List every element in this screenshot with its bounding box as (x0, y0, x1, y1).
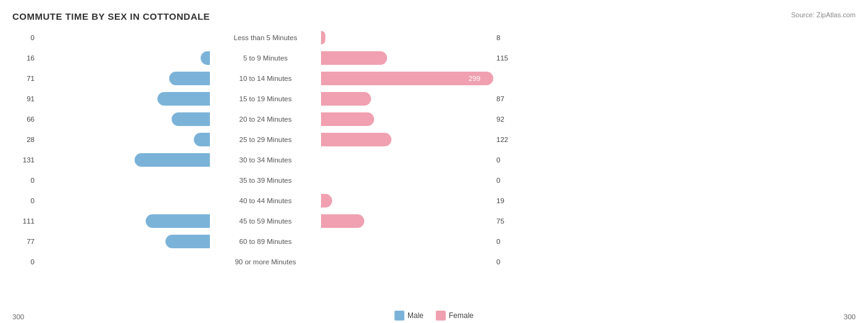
female-bar-container (321, 213, 494, 229)
female-bar-container (321, 132, 494, 148)
legend-male: Male (394, 311, 424, 321)
female-value: 75 (494, 217, 525, 225)
row-label: 20 to 24 Minutes (210, 115, 321, 123)
legend-female-label: Female (449, 311, 474, 320)
female-value: 0 (494, 258, 525, 266)
chart-container: COMMUTE TIME BY SEX IN COTTONDALE Source… (0, 0, 868, 323)
male-bar-container (37, 213, 210, 229)
chart-row: 7760 to 89 Minutes0 (12, 232, 856, 251)
male-bar-container (37, 50, 210, 66)
male-bar (169, 72, 210, 85)
female-bar (321, 51, 387, 65)
male-bar (135, 153, 210, 167)
male-value: 16 (12, 54, 37, 62)
female-bar-container (321, 50, 494, 66)
male-bar-container (37, 193, 210, 209)
row-label: 40 to 44 Minutes (210, 197, 321, 204)
male-value: 66 (12, 115, 37, 123)
female-bar-container (321, 30, 494, 46)
male-bar-container (37, 91, 210, 107)
female-bar-container (321, 152, 494, 168)
male-bar-container (37, 152, 210, 168)
row-label: 25 to 29 Minutes (210, 136, 321, 143)
chart-row: 7110 to 14 Minutes299 (12, 69, 856, 88)
male-bar (172, 112, 210, 126)
female-value: 299 (466, 75, 497, 82)
male-bar (165, 235, 210, 248)
male-bar-container (37, 111, 210, 127)
legend-female-box (436, 311, 446, 321)
female-value: 0 (494, 177, 525, 184)
male-value: 0 (12, 258, 37, 266)
male-bar (194, 133, 210, 146)
row-label: 5 to 9 Minutes (210, 54, 321, 62)
chart-row: 2825 to 29 Minutes122 (12, 130, 856, 149)
chart-title: COMMUTE TIME BY SEX IN COTTONDALE (12, 11, 856, 22)
female-bar (321, 31, 325, 44)
female-value: 92 (494, 115, 525, 123)
male-bar (146, 214, 210, 228)
female-bar (321, 214, 364, 228)
chart-row: 9115 to 19 Minutes87 (12, 89, 856, 109)
female-value: 0 (494, 238, 525, 245)
chart-row: 040 to 44 Minutes19 (12, 191, 856, 211)
chart-legend: Male Female (394, 311, 474, 321)
female-bar (321, 194, 332, 208)
female-bar-container (321, 254, 494, 270)
female-value: 8 (494, 34, 525, 41)
male-value: 111 (12, 217, 37, 225)
male-value: 77 (12, 238, 37, 245)
female-value: 115 (494, 54, 525, 62)
male-value: 131 (12, 156, 37, 164)
male-value: 0 (12, 177, 37, 184)
chart-row: 11145 to 59 Minutes75 (12, 211, 856, 231)
chart-row: 6620 to 24 Minutes92 (12, 109, 856, 129)
male-bar-container (37, 172, 210, 188)
chart-row: 13130 to 34 Minutes0 (12, 150, 856, 170)
row-label: 15 to 19 Minutes (210, 95, 321, 103)
legend-female: Female (436, 311, 474, 321)
male-bar (157, 92, 210, 106)
chart-row: 090 or more Minutes0 (12, 252, 856, 272)
male-value: 0 (12, 197, 37, 204)
chart-row: 0Less than 5 Minutes8 (12, 28, 856, 48)
male-bar-container (37, 254, 210, 270)
axis-left-label: 300 (12, 313, 24, 321)
male-value: 0 (12, 34, 37, 41)
female-value: 122 (494, 136, 525, 143)
chart-row: 035 to 39 Minutes0 (12, 170, 856, 190)
female-value: 87 (494, 95, 525, 103)
male-bar-container (37, 30, 210, 46)
male-bar-container (37, 70, 210, 86)
female-value: 0 (494, 156, 525, 164)
female-bar (321, 112, 374, 126)
rows-wrapper: 0Less than 5 Minutes8165 to 9 Minutes115… (12, 28, 856, 272)
row-label: 45 to 59 Minutes (210, 217, 321, 225)
chart-row: 165 to 9 Minutes115 (12, 48, 856, 68)
source-label: Source: ZipAtlas.com (791, 11, 856, 19)
female-bar-container (321, 193, 494, 209)
male-bar (201, 51, 210, 65)
female-bar (321, 92, 371, 106)
row-label: 30 to 34 Minutes (210, 156, 321, 164)
male-bar-container (37, 233, 210, 250)
row-label: Less than 5 Minutes (210, 34, 321, 41)
female-bar-container (321, 172, 494, 188)
row-label: 60 to 89 Minutes (210, 238, 321, 245)
female-bar-container (321, 91, 494, 107)
male-bar-container (37, 132, 210, 148)
legend-male-label: Male (407, 311, 424, 320)
row-label: 90 or more Minutes (210, 258, 321, 266)
row-label: 10 to 14 Minutes (210, 75, 321, 82)
legend-male-box (394, 311, 404, 321)
female-bar (321, 133, 391, 146)
axis-right-label: 300 (844, 313, 856, 321)
female-value: 19 (494, 197, 525, 204)
female-bar-container (321, 233, 494, 250)
female-bar-container (321, 111, 494, 127)
male-value: 28 (12, 136, 37, 143)
male-value: 71 (12, 75, 37, 82)
row-label: 35 to 39 Minutes (210, 177, 321, 184)
male-value: 91 (12, 95, 37, 103)
